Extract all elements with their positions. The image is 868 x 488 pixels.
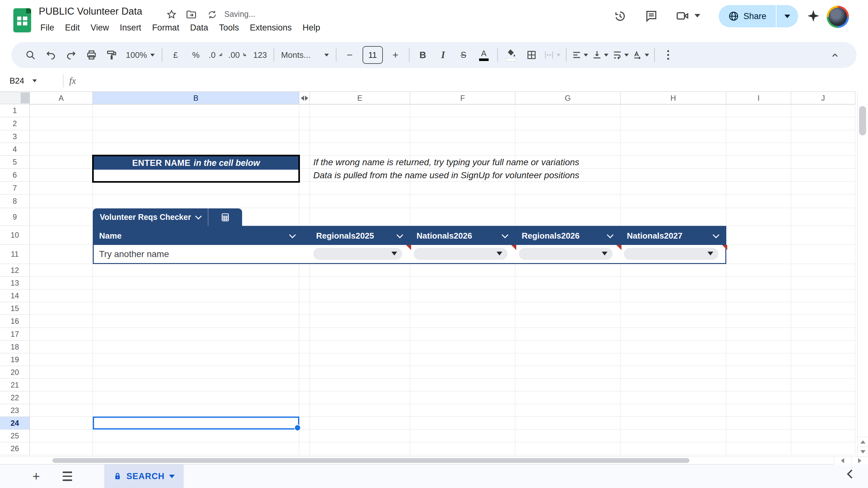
vertical-scrollbar-thumb[interactable] — [859, 106, 866, 135]
row-header-7[interactable]: 7 — [0, 182, 30, 194]
add-sheet-button[interactable]: + — [27, 467, 45, 485]
share-button[interactable]: Share — [719, 5, 798, 27]
menu-edit[interactable]: Edit — [60, 21, 86, 35]
row-header-11[interactable]: 11 — [0, 245, 30, 264]
increase-decimal-button[interactable]: .00 — [226, 46, 250, 64]
column-menu-caret-icon[interactable] — [397, 232, 403, 238]
sheet-tab-search[interactable]: SEARCH — [104, 464, 184, 488]
row-header-2[interactable]: 2 — [0, 117, 30, 130]
comments-icon[interactable] — [643, 7, 660, 25]
scroll-left-button[interactable] — [834, 457, 851, 464]
vertical-scrollbar[interactable] — [857, 92, 868, 457]
font-select[interactable]: Monts... — [277, 46, 333, 64]
column-menu-caret-icon[interactable] — [607, 232, 614, 238]
currency-format-button[interactable]: £ — [165, 46, 186, 64]
column-header-I[interactable]: I — [726, 92, 791, 104]
row-header-22[interactable]: 22 — [0, 391, 30, 404]
menu-data[interactable]: Data — [185, 21, 214, 35]
column-header-J[interactable]: J — [791, 92, 855, 104]
column-header-E[interactable]: E — [310, 92, 410, 104]
selected-cell-B24[interactable] — [93, 417, 299, 430]
menu-help[interactable]: Help — [297, 21, 326, 35]
menu-view[interactable]: View — [85, 21, 114, 35]
menu-format[interactable]: Format — [147, 21, 185, 35]
scroll-up-button[interactable] — [858, 437, 868, 447]
sheets-logo-icon[interactable] — [13, 8, 31, 32]
vertical-align-button[interactable] — [590, 46, 610, 64]
percent-format-button[interactable]: % — [186, 46, 206, 64]
avatar[interactable] — [827, 6, 849, 28]
decrease-decimal-button[interactable]: .0 — [206, 46, 226, 64]
fill-handle[interactable] — [294, 424, 301, 431]
bold-button[interactable]: B — [413, 46, 433, 64]
row-header-13[interactable]: 13 — [0, 277, 30, 289]
star-icon[interactable] — [165, 8, 178, 21]
move-folder-icon[interactable] — [185, 8, 197, 21]
strikethrough-button[interactable]: S — [454, 46, 474, 64]
column-header-A[interactable]: A — [30, 92, 93, 104]
scroll-right-button[interactable] — [851, 457, 868, 464]
italic-button[interactable]: I — [433, 46, 454, 64]
dropdown-chip[interactable] — [624, 248, 718, 260]
meet-camera-icon[interactable] — [674, 7, 691, 25]
sheet-tab-caret-icon[interactable] — [169, 475, 175, 478]
table-view-icon[interactable] — [209, 213, 242, 222]
name-cell-value[interactable]: Try another name — [99, 245, 169, 263]
decrease-font-size-button[interactable]: − — [340, 46, 360, 64]
dropdown-cell[interactable] — [516, 245, 621, 263]
row-header-21[interactable]: 21 — [0, 379, 30, 391]
collapse-toolbar-icon[interactable] — [825, 47, 845, 64]
row-header-12[interactable]: 12 — [0, 264, 30, 277]
dropdown-chip[interactable] — [313, 248, 402, 260]
gemini-sparkle-icon[interactable] — [804, 7, 822, 25]
column-menu-caret-icon[interactable] — [713, 232, 719, 238]
fill-color-button[interactable] — [501, 46, 521, 64]
row-header-9[interactable]: 9 — [0, 208, 30, 226]
horizontal-scrollbar[interactable] — [0, 457, 868, 464]
saving-status[interactable]: Saving... — [224, 9, 255, 19]
table-column-header-Nationals2027[interactable]: Nationals2027 — [621, 227, 727, 245]
dropdown-chip[interactable] — [519, 248, 613, 260]
table-column-header-Nationals2026[interactable]: Nationals2026 — [411, 227, 516, 245]
column-header-B[interactable]: B — [93, 92, 299, 104]
paint-format-icon[interactable] — [102, 46, 122, 64]
row-header-17[interactable]: 17 — [0, 328, 30, 341]
row-header-5[interactable]: 5 — [0, 156, 30, 169]
table-chip-caret-icon[interactable] — [195, 213, 202, 219]
dropdown-cell[interactable] — [311, 245, 411, 263]
document-title[interactable]: PUBLIC Volunteer Data — [39, 6, 142, 17]
column-menu-caret-icon[interactable] — [502, 232, 508, 238]
horizontal-align-button[interactable] — [570, 46, 590, 64]
menu-insert[interactable]: Insert — [114, 21, 147, 35]
table-column-header-Name[interactable]: Name — [94, 227, 311, 245]
enter-name-box[interactable]: ENTER NAME in the cell below — [92, 155, 300, 183]
dropdown-chip[interactable] — [414, 248, 507, 260]
all-sheets-button[interactable] — [58, 467, 76, 485]
scroll-down-button[interactable] — [858, 447, 868, 456]
zoom-select[interactable]: 100% — [122, 46, 159, 64]
row-header-20[interactable]: 20 — [0, 366, 30, 379]
row-header-15[interactable]: 15 — [0, 302, 30, 315]
horizontal-scrollbar-thumb[interactable] — [53, 458, 689, 463]
name-box[interactable]: B24 — [0, 76, 57, 86]
row-header-4[interactable]: 4 — [0, 143, 30, 156]
table-column-header-Regionals2026[interactable]: Regionals2026 — [516, 227, 621, 245]
row-header-26[interactable]: 26 — [0, 442, 30, 455]
row-header-3[interactable]: 3 — [0, 130, 30, 143]
column-header-H[interactable]: H — [620, 92, 726, 104]
row-header-14[interactable]: 14 — [0, 289, 30, 302]
row-header-25[interactable]: 25 — [0, 430, 30, 442]
select-all-corner[interactable] — [0, 92, 30, 104]
column-header-G[interactable]: G — [515, 92, 620, 104]
text-rotation-button[interactable] — [631, 46, 651, 64]
column-header-F[interactable]: F — [410, 92, 515, 104]
menu-tools[interactable]: Tools — [214, 21, 244, 35]
text-wrap-button[interactable] — [610, 46, 631, 64]
row-header-18[interactable]: 18 — [0, 341, 30, 353]
dropdown-cell[interactable] — [411, 245, 516, 263]
more-toolbar-button[interactable] — [658, 46, 678, 64]
row-header-16[interactable]: 16 — [0, 315, 30, 328]
hidden-columns-indicator[interactable] — [299, 92, 310, 104]
share-main[interactable]: Share — [719, 5, 776, 27]
font-size-input[interactable]: 11 — [363, 46, 383, 64]
